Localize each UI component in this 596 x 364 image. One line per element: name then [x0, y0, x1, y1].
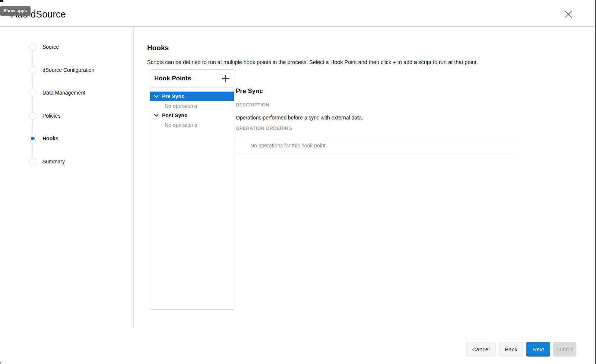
hook-points-list: Pre Sync No operations Post Sync No oper…	[150, 87, 234, 130]
hook-point-empty-label: No operations	[150, 120, 234, 130]
empty-operations-message: No operations for this hook point.	[250, 143, 327, 149]
hook-point-item-pre-sync[interactable]: Pre Sync	[150, 92, 234, 101]
hook-point-empty-label: No operations	[150, 101, 234, 111]
step-label: Hooks	[42, 135, 58, 142]
dialog-header: Add dSource	[0, 0, 596, 27]
back-button[interactable]: Back	[499, 342, 523, 357]
plus-icon	[222, 74, 230, 83]
cancel-button[interactable]: Cancel	[466, 342, 496, 357]
step-circle	[29, 158, 37, 165]
step-label: dSource Configuration	[42, 66, 94, 74]
hook-point-item-post-sync[interactable]: Post Sync	[150, 111, 234, 120]
hook-points-panel-header: Hook Points	[150, 70, 234, 87]
step-circle	[29, 112, 37, 119]
description-label: DESCRIPTION	[236, 102, 269, 108]
divider	[236, 138, 515, 138]
hooks-step-content: Hooks Scripts can be defined to run at m…	[134, 27, 595, 364]
stepper-item-data-management[interactable]: Data Management	[0, 89, 133, 96]
hooks-section-title: Hooks	[147, 44, 169, 52]
step-label: Summary	[42, 158, 65, 165]
stepper-item-source[interactable]: Source	[0, 43, 133, 51]
wizard-footer-actions: Cancel Back Next Submit	[466, 342, 576, 357]
hook-points-title: Hook Points	[154, 75, 191, 82]
close-icon	[564, 10, 573, 19]
step-circle	[29, 43, 37, 51]
step-label: Source	[42, 43, 59, 51]
step-circle	[29, 66, 37, 74]
chevron-down-icon[interactable]	[154, 114, 159, 117]
divider	[236, 153, 515, 153]
hooks-section-description: Scripts can be defined to run at multipl…	[147, 59, 587, 65]
description-text: Operations performed before a sync with …	[236, 115, 363, 121]
step-label: Data Management	[42, 89, 85, 96]
stepper-item-dsource-configuration[interactable]: dSource Configuration	[0, 66, 133, 74]
submit-button[interactable]: Submit	[553, 342, 576, 357]
chevron-down-icon[interactable]	[154, 95, 159, 98]
step-circle-active	[29, 135, 37, 142]
add-hook-button[interactable]	[221, 73, 231, 84]
detail-title: Pre Sync	[236, 87, 263, 95]
stepper-item-policies[interactable]: Policies	[0, 112, 133, 119]
hook-point-label: Post Sync	[162, 112, 187, 118]
show-apps-tooltip: Show apps	[0, 6, 31, 16]
screen-artifact	[0, 0, 3, 2]
hook-points-panel: Hook Points Pre Sync No operations Post …	[150, 69, 234, 310]
stepper-connector-line	[32, 47, 33, 162]
close-button[interactable]	[563, 9, 574, 19]
stepper-item-hooks[interactable]: Hooks	[0, 135, 133, 142]
next-button[interactable]: Next	[526, 342, 550, 357]
step-label: Policies	[42, 112, 60, 119]
step-circle	[29, 89, 37, 96]
stepper-item-summary[interactable]: Summary	[0, 158, 133, 165]
hook-point-label: Pre Sync	[162, 93, 184, 99]
wizard-stepper: Source dSource Configuration Data Manage…	[0, 27, 134, 328]
screen-artifact	[0, 362, 1, 364]
operation-ordering-label: OPERATION ORDERING	[236, 126, 292, 131]
